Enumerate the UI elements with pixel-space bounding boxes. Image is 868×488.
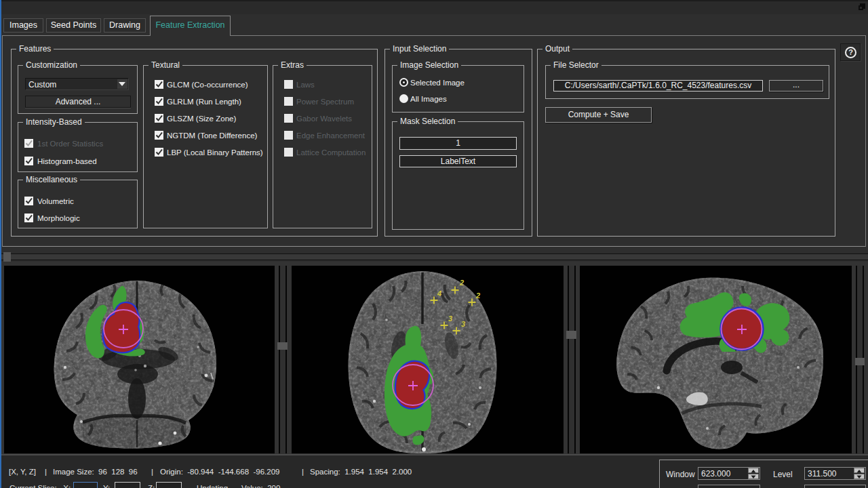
svg-text:3: 3	[448, 314, 452, 323]
svg-text:4: 4	[437, 289, 441, 298]
svg-text:3: 3	[461, 320, 465, 328]
svg-text:?: ?	[848, 48, 853, 56]
svg-text:2: 2	[475, 291, 480, 300]
svg-text:2: 2	[459, 279, 464, 287]
